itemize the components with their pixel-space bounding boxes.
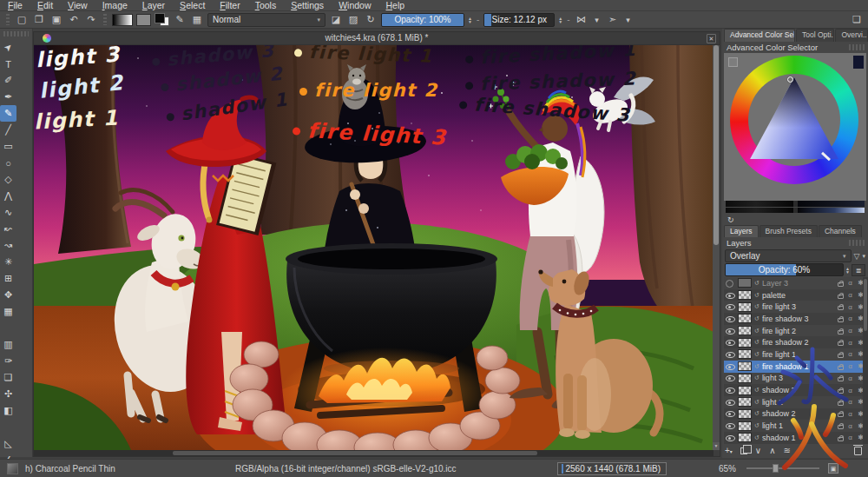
polygon-tool[interactable]: ◇: [0, 171, 16, 188]
add-layer-button[interactable]: +▾: [725, 446, 733, 455]
eraser-mode-button[interactable]: ◪: [329, 13, 343, 27]
delete-layer-button[interactable]: [854, 447, 862, 455]
menu-file[interactable]: File: [8, 0, 23, 11]
visibility-icon[interactable]: [726, 350, 735, 359]
visibility-icon[interactable]: [726, 338, 735, 347]
alpha-lock-icon[interactable]: α: [846, 362, 854, 370]
menu-edit[interactable]: Edit: [37, 0, 53, 11]
open-document-button[interactable]: ❐: [32, 13, 46, 27]
visibility-icon[interactable]: [726, 302, 735, 311]
sv-selector-marker[interactable]: [787, 76, 793, 83]
tab-brush-presets[interactable]: Brush Presets: [760, 225, 818, 238]
alpha-lock-icon[interactable]: α: [846, 315, 854, 322]
line-tool[interactable]: ╱: [0, 122, 16, 138]
layer-row[interactable]: ↺fire light 1α✱: [724, 348, 866, 361]
chevron-down-icon[interactable]: ▾: [862, 253, 865, 260]
blend-mode-select[interactable]: Normal ▾: [207, 13, 326, 27]
visibility-icon[interactable]: [726, 409, 735, 418]
tab-overview[interactable]: Overvi...: [835, 29, 868, 42]
menu-tools[interactable]: Tools: [255, 0, 277, 11]
docker-grip[interactable]: [849, 44, 865, 50]
layer-row-selected[interactable]: ↺fire shadow 1α✱: [724, 361, 866, 373]
alpha-lock-icon[interactable]: α: [846, 303, 854, 311]
layer-row[interactable]: ↺paletteα✱: [724, 289, 866, 301]
layer-row[interactable]: ↺fire light 3α✱: [724, 301, 866, 313]
layer-row[interactable]: ↺fire shadow 2α✱: [724, 336, 866, 348]
lock-icon[interactable]: [838, 413, 844, 417]
fill-tool[interactable]: ◧: [0, 402, 16, 419]
layer-thumbnail[interactable]: [738, 433, 752, 442]
toolbar-handle[interactable]: [103, 14, 107, 25]
workspace-chooser-button[interactable]: ❏: [850, 13, 864, 27]
dynamic-brush-tool[interactable]: ↝: [0, 237, 16, 254]
lock-icon[interactable]: [838, 366, 844, 370]
brush-size-slider[interactable]: Size: 12.12 px: [483, 13, 555, 27]
lock-icon[interactable]: [838, 389, 844, 394]
alpha-lock-icon[interactable]: α: [846, 374, 854, 382]
refresh-icon[interactable]: ↻: [727, 215, 734, 224]
ellipse-tool[interactable]: ○: [0, 155, 16, 171]
crop-tool[interactable]: ▦: [0, 303, 16, 320]
layer-thumbnail[interactable]: [738, 374, 752, 383]
layer-row[interactable]: ↺shadow 1α✱: [724, 432, 866, 444]
layer-row[interactable]: ↺light 1α✱: [724, 420, 866, 432]
alpha-lock-icon[interactable]: α: [846, 422, 854, 430]
reload-preset-button[interactable]: ↻: [364, 13, 378, 27]
menu-window[interactable]: Window: [339, 0, 371, 11]
pattern-edit-tool[interactable]: ❏: [0, 369, 16, 386]
zoom-slider[interactable]: [746, 467, 819, 469]
color-history-strips[interactable]: [726, 201, 865, 213]
alpha-lock-icon[interactable]: α: [846, 350, 854, 358]
layer-thumbnail[interactable]: [738, 338, 752, 348]
layer-row[interactable]: ↺light 3α✱: [724, 373, 866, 385]
lock-icon[interactable]: [838, 295, 844, 299]
mirror-horizontal-options-arrow[interactable]: ▾: [592, 13, 602, 27]
alpha-lock-icon[interactable]: α: [846, 327, 854, 335]
layer-row[interactable]: ↺Layer 3α✱: [724, 277, 866, 289]
layer-thumbnail[interactable]: [738, 278, 752, 288]
layer-row[interactable]: ↺shadow 3α✱: [724, 384, 866, 396]
move-layer-up-button[interactable]: ∧: [769, 446, 775, 455]
freehand-brush-tool[interactable]: ✎: [0, 105, 16, 122]
lock-icon[interactable]: [838, 437, 844, 441]
brush-preset-icon[interactable]: [7, 463, 18, 474]
brush-presets-button[interactable]: ▦: [190, 13, 204, 27]
alpha-lock-icon[interactable]: α: [846, 434, 854, 441]
gradient-tool[interactable]: ▥: [0, 336, 16, 353]
lock-icon[interactable]: [838, 306, 844, 310]
layer-list-options-button[interactable]: ≣: [852, 264, 865, 276]
move-tool[interactable]: ✥: [0, 287, 16, 303]
close-icon[interactable]: ✕: [707, 34, 716, 43]
layer-thumbnail[interactable]: [738, 361, 752, 371]
canvas-horizontal-scrollbar[interactable]: [34, 450, 713, 456]
layer-thumbnail[interactable]: [738, 349, 752, 359]
rectangle-tool[interactable]: ▭: [0, 138, 16, 155]
docker-grip[interactable]: [849, 240, 865, 246]
scrollbar-thumb[interactable]: [173, 451, 537, 455]
lock-icon[interactable]: [838, 282, 844, 287]
visibility-icon[interactable]: [726, 374, 735, 382]
lock-icon[interactable]: [838, 341, 844, 346]
layer-thumbnail[interactable]: [738, 314, 752, 323]
mirror-vertical-options-arrow[interactable]: ▾: [623, 13, 634, 27]
multibrush-tool[interactable]: ✳: [0, 254, 16, 270]
canvas[interactable]: light 3 light 2 light 1 shadow 3 shadow …: [34, 45, 713, 450]
layer-opacity-spinner[interactable]: ▲▼: [845, 267, 850, 274]
visibility-icon[interactable]: [726, 398, 735, 407]
alpha-lock-icon[interactable]: α: [846, 291, 854, 299]
layer-filter-icon[interactable]: ▽: [854, 252, 860, 261]
tab-advanced-color-selector[interactable]: Advanced Color Selec...: [724, 29, 795, 42]
layer-thumbnail[interactable]: [738, 290, 752, 300]
visibility-icon[interactable]: [726, 315, 735, 323]
opacity-slider[interactable]: Opacity: 100%: [381, 13, 464, 27]
save-button[interactable]: ▣: [49, 13, 63, 27]
layer-thumbnail[interactable]: [738, 326, 752, 335]
polyline-tool[interactable]: ⋀: [0, 188, 16, 204]
alpha-lock-icon[interactable]: α: [846, 279, 854, 287]
layer-row[interactable]: ↺fire light 2α✱: [724, 325, 866, 337]
pattern-chooser[interactable]: [136, 14, 151, 26]
move-layer-down-button[interactable]: ∨: [755, 446, 761, 455]
visibility-icon[interactable]: [726, 291, 735, 300]
lock-icon[interactable]: [838, 330, 844, 335]
zoom-slider-thumb[interactable]: [773, 464, 779, 473]
